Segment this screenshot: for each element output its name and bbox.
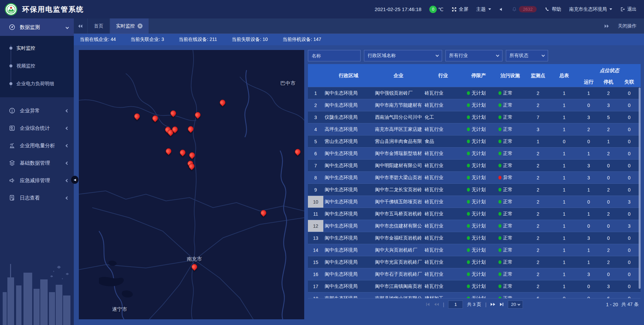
- status-dot-green: [498, 260, 501, 264]
- tab-home[interactable]: 首页: [88, 18, 109, 34]
- status-dot-green: [498, 284, 501, 288]
- col-header-running[interactable]: 运行: [578, 77, 599, 87]
- sidebar-item-enterprise-abnormal[interactable]: 企业异常: [0, 102, 74, 119]
- cell-stopped: 0: [599, 220, 618, 232]
- cell-industry: 化工: [423, 111, 463, 123]
- col-header-region[interactable]: 行政区域: [323, 64, 374, 87]
- statistics-icon: [9, 125, 15, 131]
- col-header-disconnected[interactable]: 失联: [618, 77, 641, 87]
- total-count-label: 共 47 条: [622, 302, 639, 308]
- first-page-button[interactable]: [426, 302, 430, 307]
- notifications[interactable]: 2632: [512, 6, 537, 12]
- industry-select-value: 所有行业: [449, 53, 493, 59]
- table-row[interactable]: 18南部生态环境局南部县鸿华小河有限公建材加工无计划正常60060: [308, 292, 641, 299]
- status-dot-green: [498, 91, 501, 95]
- name-search-input[interactable]: [308, 50, 361, 61]
- org-menu[interactable]: 南充市生态环境局: [569, 6, 612, 12]
- sidebar-item-data-monitor[interactable]: 数据监测: [0, 18, 74, 36]
- table-row[interactable]: 16阆中生态环境局阆中市石子页岩机砖厂砖瓦行业无计划正常21300: [308, 268, 641, 280]
- cell-monitor-points: 2: [526, 196, 550, 208]
- table-row[interactable]: 1阆中生态环境局阆中强锐页岩砖厂砖瓦行业无计划正常21120: [308, 87, 641, 99]
- table-row[interactable]: 3仪陇生态环境局西南油气田分公司川中化工无计划正常71350: [308, 111, 641, 123]
- mute-button[interactable]: [499, 7, 504, 12]
- cell-disconnected: 0: [618, 244, 641, 256]
- cell-disconnected: 0: [618, 268, 641, 280]
- next-page-button[interactable]: [490, 302, 495, 307]
- cell-total-meter: 1: [550, 280, 578, 292]
- table-row[interactable]: 7阆中生态环境局阆中明阳建材有限公司砖瓦行业无计划正常21300: [308, 160, 641, 172]
- last-page-button[interactable]: [499, 302, 504, 307]
- theme-menu[interactable]: 主题: [476, 6, 491, 12]
- sidebar-collapse-button[interactable]: ◀: [71, 176, 78, 184]
- page: 环保用电监管系统 2021-02-25 17:46:18 0 ℃ 全屏 主题: [0, 0, 644, 325]
- sidebar-item-emergency-reduction[interactable]: 应急减排管理: [0, 172, 74, 189]
- chevron-down-icon: [436, 53, 439, 57]
- cell-industry: 砖瓦行业: [423, 244, 463, 256]
- col-header-stopped[interactable]: 停机: [599, 77, 618, 87]
- cell-industry: 砖瓦行业: [423, 196, 463, 208]
- col-header-monitor-points[interactable]: 监测点: [526, 64, 550, 87]
- status-select[interactable]: 所有状态: [506, 50, 548, 61]
- table-row[interactable]: 14阆中生态环境局阆中大兴页岩机砖厂砖瓦行业无计划正常21120: [308, 244, 641, 256]
- sidebar-subitem-realtime[interactable]: 实时监控: [0, 39, 74, 57]
- prev-page-button[interactable]: [434, 302, 439, 307]
- table-row[interactable]: 5营山生态环境局营山县润丰肉食品有限食品无计划正常10010: [308, 136, 641, 148]
- sidebar-item-log-view[interactable]: 日志查看: [0, 189, 74, 207]
- sidebar-item-enterprise-statistics[interactable]: 企业综合统计: [0, 119, 74, 137]
- help-button[interactable]: 帮助: [545, 6, 561, 12]
- cell-industry: 食品: [423, 136, 463, 148]
- table-row[interactable]: 2阆中生态环境局阆中市南方节能建材有砖瓦行业无计划正常21030: [308, 99, 641, 111]
- status-dot-green: [467, 248, 470, 252]
- cell-industry: 砖瓦行业: [423, 280, 463, 292]
- table-row[interactable]: 15阆中生态环境局阆中市光富页岩机砖厂砖瓦行业无计划正常21120: [308, 256, 641, 268]
- table-row[interactable]: 6阆中生态环境局阆中市金博瑞新型墙材砖瓦行业无计划正常21120: [308, 148, 641, 160]
- cell-stop-limit-status: 无计划: [463, 268, 494, 280]
- tab-label: 实时监控: [116, 23, 135, 29]
- page-number-input[interactable]: [448, 301, 463, 309]
- cell-facility-status: 正常: [494, 244, 526, 256]
- table-row[interactable]: 12阆中生态环境局阆中市忠信建材有限公砖瓦行业无计划正常21003: [308, 220, 641, 232]
- table-scrollbar[interactable]: [639, 88, 641, 289]
- cell-monitor-points: 2: [526, 148, 550, 160]
- col-header-company[interactable]: 企业: [374, 64, 423, 87]
- close-operations-button[interactable]: 关闭操作: [618, 23, 637, 29]
- page-size-select[interactable]: 20: [508, 301, 523, 309]
- region-select[interactable]: 行政区域名称: [364, 50, 442, 61]
- col-header-stop-limit[interactable]: 停限产: [463, 64, 494, 87]
- map-city-label: 遂宁市: [112, 306, 127, 313]
- cell-region: 阆中生态环境局: [323, 99, 374, 111]
- col-header-total-meter[interactable]: 总表: [550, 64, 578, 87]
- tab-realtime-monitor[interactable]: 实时监控 ✕: [110, 18, 149, 34]
- industry-select[interactable]: 所有行业: [445, 50, 502, 61]
- status-dot-green: [498, 236, 501, 240]
- double-chevron-right-icon[interactable]: [604, 24, 609, 28]
- fullscreen-button[interactable]: 全屏: [451, 6, 468, 12]
- cell-company: 阆中市忠信建材有限公: [374, 220, 423, 232]
- col-header-industry[interactable]: 行业: [423, 64, 463, 87]
- table-row[interactable]: 11阆中生态环境局阆中市五马桥页岩机砖砖瓦行业无计划正常21120: [308, 208, 641, 220]
- table-row[interactable]: 4高坪生态环境局南充市高坪区王家店建砖瓦行业无计划正常31220: [308, 123, 641, 136]
- table-row[interactable]: 13阆中生态环境局阆中市金福旺页岩机砖砖瓦行业无计划正常21300: [308, 232, 641, 244]
- logout-button[interactable]: 退出: [620, 6, 637, 12]
- bullet-dot-icon: [9, 82, 12, 85]
- table-row[interactable]: 10阆中生态环境局阆中千佛镇五郎垭页岩砖瓦行业无计划正常21003: [308, 196, 641, 208]
- cell-index: 1: [308, 87, 323, 99]
- status-dot-green: [498, 272, 501, 276]
- cell-region: 阆中生态环境局: [323, 244, 374, 256]
- cell-running: 1: [578, 244, 599, 256]
- sidebar-subitem-power-load-detail[interactable]: 企业电力负荷明细: [0, 75, 74, 93]
- sidebar-subitem-video[interactable]: 视频监控: [0, 57, 74, 75]
- cell-disconnected: 0: [618, 256, 641, 268]
- tab-close-icon[interactable]: ✕: [138, 23, 143, 29]
- sidebar-item-power-analysis[interactable]: 企业用电量分析: [0, 137, 74, 154]
- table-row[interactable]: 17阆中生态环境局阆中市江南镇阆南页岩砖瓦行业无计划正常21030: [308, 280, 641, 292]
- tabs-scroll-left-button[interactable]: [74, 18, 87, 34]
- table-row[interactable]: 9阆中生态环境局阆中市二龙长宝页岩砖砖瓦行业无计划正常21120: [308, 184, 641, 196]
- map-panel[interactable]: 巴中市南充市遂宁市: [79, 50, 304, 319]
- table-row[interactable]: 8阆中生态环境局阆中市枣碧大梁山页岩砖瓦行业无计划异常21300: [308, 172, 641, 184]
- sidebar-item-base-data[interactable]: 基础数据管理: [0, 154, 74, 172]
- stat-item: 当前失联企业: 3: [130, 37, 164, 43]
- col-header-pollution-facility[interactable]: 治污设施: [494, 64, 526, 87]
- cell-total-meter: 1: [550, 111, 578, 123]
- pager-range-info: 1 - 20 共 47 条: [606, 299, 639, 311]
